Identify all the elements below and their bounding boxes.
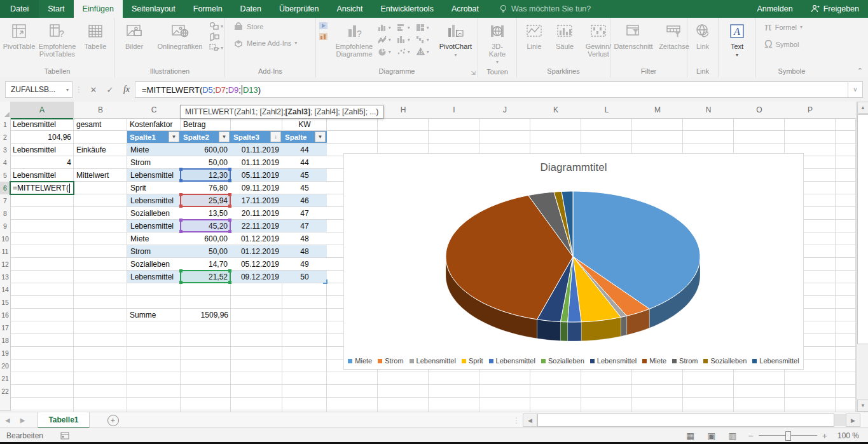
row-header-8[interactable]: 8 — [0, 207, 11, 220]
sort-indicator-icon[interactable]: ↓ — [270, 131, 281, 142]
text-button[interactable]: A Text ▾ — [720, 20, 754, 60]
sparkline-saeule-button[interactable]: Säule — [550, 20, 579, 51]
table-cell-C12[interactable]: Sozialleben — [127, 258, 181, 270]
chart-legend[interactable]: MieteStromLebensmittelSpritLebensmittelS… — [344, 357, 803, 365]
chart-column-button[interactable]: ▾ — [378, 22, 397, 34]
table-cell-D8[interactable]: 13,50 — [181, 207, 231, 219]
zoom-in-icon[interactable]: + — [822, 431, 827, 441]
confirm-entry-button[interactable]: ✓ — [102, 82, 118, 97]
legend-item-2-lebensmittel[interactable]: Lebensmittel — [410, 357, 456, 365]
page-break-view-icon[interactable]: ▥ — [728, 431, 736, 441]
column-header-C[interactable]: C — [127, 102, 181, 119]
ribbon-tab-acrobat[interactable]: Acrobat — [443, 0, 488, 18]
zoom-slider-thumb[interactable] — [785, 431, 791, 441]
scroll-down-icon[interactable]: ▼ — [857, 400, 868, 412]
row-header-12[interactable]: 12 — [0, 258, 11, 271]
legend-item-8-strom[interactable]: Strom — [672, 357, 698, 365]
sheet-nav-right-icon[interactable]: ▶ — [15, 412, 31, 428]
bing-maps-addin-icon[interactable] — [319, 22, 328, 30]
cell-C16[interactable]: Summe — [127, 309, 181, 321]
collapse-ribbon-button[interactable]: ⌃ — [857, 67, 863, 75]
table-cell-D12[interactable]: 14,70 — [181, 258, 231, 270]
cell-F1[interactable]: KW — [282, 118, 327, 131]
cell-B3[interactable]: Einkäufe — [74, 144, 127, 156]
row-header-14[interactable]: 14 — [0, 283, 11, 297]
pie-slice-side-6-lebensmittel[interactable] — [537, 320, 561, 341]
chart-hierarchy-button[interactable]: ▾ — [416, 22, 435, 34]
new-sheet-button[interactable]: + — [107, 415, 119, 426]
table-cell-D3[interactable]: 600,00 — [181, 144, 231, 156]
scrollbar-resize-handle[interactable]: ⋮ — [513, 416, 520, 425]
cell-A3[interactable]: Lebensmittel — [10, 144, 74, 156]
pivottable-button[interactable]: PivotTable — [3, 20, 36, 51]
people-graph-addin-icon[interactable] — [319, 32, 328, 41]
column-header-O[interactable]: O — [734, 102, 785, 119]
scroll-right-icon[interactable]: ▶ — [846, 414, 860, 427]
table-cell-E5[interactable]: 05.11.2019 — [231, 169, 282, 181]
chart-scatter-button[interactable]: ▾ — [397, 46, 416, 58]
table-cell-D4[interactable]: 50,00 — [181, 156, 231, 168]
chart-line-button[interactable]: ▾ — [378, 34, 397, 46]
horizontal-scroll-thumb[interactable] — [537, 414, 834, 427]
table-cell-C5[interactable]: Lebensmittel — [127, 169, 181, 181]
table-cell-E13[interactable]: 09.12.2019 — [231, 271, 282, 283]
sheet-tab-tabelle1[interactable]: Tabelle1 — [38, 412, 89, 428]
chart-pie-button[interactable]: ▾ — [378, 46, 397, 58]
horizontal-scroll-track[interactable] — [834, 414, 846, 426]
table-header-spalte1-0[interactable]: Spalte1▼ — [127, 131, 181, 143]
table-header-spalte2-1[interactable]: Spalte2▼ — [181, 131, 231, 143]
column-header-A[interactable]: A — [10, 102, 74, 119]
filter-dropdown-icon[interactable]: ▼ — [315, 131, 326, 142]
column-header-K[interactable]: K — [530, 102, 582, 119]
tabelle-button[interactable]: Tabelle — [79, 20, 112, 51]
chart-waterfall-button[interactable]: ▾ — [416, 34, 435, 46]
row-header-4[interactable]: 4 — [0, 156, 11, 170]
cell-A2[interactable]: 104,96 — [10, 131, 74, 144]
column-header-H[interactable]: H — [378, 102, 429, 119]
ribbon-tab-daten[interactable]: Daten — [231, 0, 270, 18]
table-cell-C7[interactable]: Lebensmittel — [127, 194, 181, 206]
row-header-13[interactable]: 13 — [0, 271, 11, 284]
row-header-19[interactable]: 19 — [0, 347, 11, 360]
pie-chart-object[interactable]: Diagrammtitel MieteStromLebensmittelSpri… — [343, 153, 804, 370]
share-button[interactable]: Freigeben — [802, 4, 868, 13]
table-cell-E11[interactable]: 01.12.2019 — [231, 245, 282, 257]
column-header-L[interactable]: L — [581, 102, 633, 119]
row-header-7[interactable]: 7 — [0, 194, 11, 208]
table-cell-F11[interactable]: 48 — [282, 245, 327, 257]
column-header-I[interactable]: I — [429, 102, 480, 119]
screenshot-button[interactable]: ▾ — [209, 43, 223, 52]
ribbon-tab-start[interactable]: Start — [39, 0, 73, 18]
row-header-3[interactable]: 3 — [0, 144, 11, 157]
macro-record-icon[interactable] — [60, 431, 70, 440]
cell-editor-A6[interactable]: =MITTELWERT( — [10, 181, 74, 195]
table-cell-E6[interactable]: 09.11.2019 — [231, 182, 282, 194]
ribbon-tab-ansicht[interactable]: Ansicht — [328, 0, 372, 18]
ribbon-tab-formeln[interactable]: Formeln — [184, 0, 231, 18]
table-cell-C4[interactable]: Strom — [127, 156, 181, 168]
page-layout-view-icon[interactable]: ▣ — [707, 431, 715, 441]
pivotchart-button[interactable]: PivotChart ▾ — [436, 20, 475, 60]
table-cell-F10[interactable]: 48 — [282, 232, 327, 245]
zoom-out-icon[interactable]: − — [748, 431, 754, 441]
legend-item-7-miete[interactable]: Miete — [642, 357, 666, 365]
chart-radar-button[interactable]: ▾ — [416, 46, 435, 58]
table-cell-D6[interactable]: 76,80 — [181, 182, 231, 194]
zoom-slider[interactable] — [759, 435, 817, 436]
ribbon-tab-entwicklertools[interactable]: Entwicklertools — [372, 0, 443, 18]
onlinegrafiken-button[interactable]: Onlinegrafiken — [152, 20, 208, 51]
table-cell-C9[interactable]: Lebensmittel — [127, 220, 181, 232]
empfohlene-pivottables-button[interactable]: ? Empfohlene PivotTables — [37, 20, 78, 59]
formula-bar-expand-icon[interactable]: ˅ — [848, 81, 863, 98]
formel-button[interactable]: π Formel ▾ — [762, 20, 804, 34]
table-header-spalte3-2[interactable]: Spalte3↓ — [231, 131, 282, 143]
table-cell-C3[interactable]: Miete — [127, 144, 181, 156]
sign-in-button[interactable]: Anmelden — [748, 4, 801, 13]
table-cell-E10[interactable]: 01.12.2019 — [231, 232, 282, 245]
table-cell-F9[interactable]: 47 — [282, 220, 327, 232]
table-cell-E9[interactable]: 22.11.2019 — [231, 220, 282, 232]
table-cell-F5[interactable]: 45 — [282, 169, 327, 181]
row-header-11[interactable]: 11 — [0, 245, 11, 259]
row-header-21[interactable]: 21 — [0, 372, 11, 386]
column-header-partial[interactable] — [836, 102, 856, 119]
